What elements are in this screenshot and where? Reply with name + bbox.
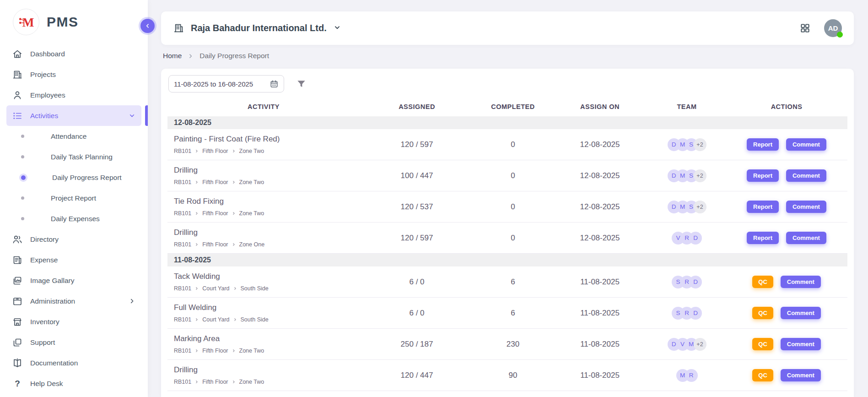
completed-value: 6 (474, 277, 552, 287)
team-avatars: DMS+2 (648, 169, 726, 182)
row-actions: ReportComment (726, 232, 847, 244)
table-row: Painting - First Coat (Fire Red)RB101Fif… (167, 129, 847, 160)
activity-cell: DrillingRB101Fifth FloorZone One (167, 228, 360, 248)
team-extra-count[interactable]: +2 (694, 169, 706, 182)
sidebar-item-expense[interactable]: Expense (6, 250, 141, 270)
activity-title: Drilling (174, 365, 356, 375)
comment-button[interactable]: Comment (786, 201, 826, 213)
activity-title: Drilling (174, 166, 356, 175)
report-button[interactable]: Report (747, 201, 779, 213)
invoice-icon (12, 255, 23, 266)
list-icon (12, 110, 23, 121)
path-segment: RB101 (174, 148, 191, 154)
chevron-right-icon (187, 53, 194, 60)
report-button[interactable]: Report (747, 138, 779, 151)
date-range-input[interactable] (174, 80, 270, 88)
sidebar-item-documentation[interactable]: Documentation (6, 353, 141, 373)
sidebar-item-daily-progress-report[interactable]: Daily Progress Report (6, 167, 141, 188)
sidebar-item-image-gallary[interactable]: Image Gallary (6, 270, 141, 291)
date-range-field[interactable] (168, 75, 284, 92)
image-icon (12, 275, 23, 286)
sidebar-item-administration[interactable]: Administration (6, 291, 141, 311)
activity-title: Full Welding (174, 303, 356, 312)
path-segment: Fifth Floor (202, 179, 228, 185)
brand-name: PMS (47, 14, 79, 30)
table-row: DrillingRB101Fifth FloorZone Two120 / 44… (167, 360, 847, 391)
sidebar-item-employees[interactable]: Employees (6, 85, 141, 105)
comment-button[interactable]: Comment (781, 307, 821, 319)
comment-button[interactable]: Comment (786, 232, 826, 244)
apps-grid-icon[interactable] (800, 23, 810, 33)
team-extra-count[interactable]: +2 (694, 138, 706, 151)
row-actions: QCComment (726, 369, 847, 381)
assigned-value: 6 / 0 (360, 277, 474, 287)
path-segment: Zone Two (239, 379, 264, 385)
assign-on-value: 11-08-2025 (552, 277, 648, 287)
team-avatars: DMS+2 (648, 201, 726, 213)
team-extra-count[interactable]: +2 (694, 201, 706, 213)
online-status-dot (837, 32, 843, 38)
column-header: ACTIONS (726, 103, 847, 110)
sidebar-item-daily-expenses[interactable]: Daily Expenses (6, 208, 141, 229)
activity-path: RB101Fifth FloorZone Two (174, 379, 356, 385)
comment-button[interactable]: Comment (781, 369, 821, 381)
path-segment: Court Yard (202, 316, 229, 323)
sidebar-item-label: Image Gallary (30, 277, 74, 285)
row-actions: ReportComment (726, 138, 847, 151)
qc-button[interactable]: QC (752, 276, 773, 288)
team-avatars: DMS+2 (648, 138, 726, 151)
column-header: ASSIGN ON (552, 103, 648, 110)
activity-path: RB101Fifth FloorZone Two (174, 179, 356, 185)
table-header-row: ACTIVITYASSIGNEDCOMPLETEDASSIGN ONTEAMAC… (167, 97, 847, 116)
breadcrumb-home-link[interactable]: Home (163, 52, 182, 60)
sidebar-item-project-report[interactable]: Project Report (6, 188, 141, 208)
completed-value: 6 (474, 309, 552, 318)
assigned-value: 120 / 537 (360, 202, 474, 212)
company-switcher[interactable]: Raja Bahadur International Ltd. (173, 22, 341, 34)
calendar-icon[interactable] (270, 79, 279, 88)
sidebar-item-attendance[interactable]: Attendance (6, 126, 141, 147)
sidebar-collapse-button[interactable] (140, 19, 155, 33)
chevron-right-icon (232, 242, 236, 247)
sidebar-item-projects[interactable]: Projects (6, 64, 141, 85)
sidebar-item-activities[interactable]: Activities (6, 105, 141, 126)
qc-button[interactable]: QC (752, 338, 773, 350)
team-avatars: SRD (648, 307, 726, 320)
path-segment: Zone One (239, 241, 265, 248)
sidebar-item-help-desk[interactable]: ?Help Desk (6, 373, 141, 394)
filter-icon[interactable] (296, 79, 307, 89)
qc-button[interactable]: QC (752, 307, 773, 319)
activity-path: RB101Court YardSouth Side (174, 285, 356, 292)
sidebar-item-label: Activities (30, 112, 58, 120)
assign-on-value: 12-08-2025 (552, 140, 648, 149)
completed-value: 0 (474, 202, 552, 212)
sidebar-item-dashboard[interactable]: Dashboard (6, 44, 141, 64)
svg-text:M: M (22, 16, 34, 29)
activity-title: Tack Welding (174, 272, 356, 281)
team-avatar[interactable]: R (685, 369, 698, 382)
team-avatar[interactable]: D (689, 307, 702, 320)
comment-button[interactable]: Comment (781, 338, 821, 350)
user-avatar[interactable]: AD (824, 19, 842, 37)
sidebar-item-directory[interactable]: Directory (6, 229, 141, 250)
activity-path: RB101Fifth FloorZone Two (174, 148, 356, 154)
activity-path: RB101Fifth FloorZone Two (174, 210, 356, 217)
team-avatar[interactable]: D (689, 276, 702, 288)
qc-button[interactable]: QC (752, 369, 773, 381)
table-row: Tie Rod FixingRB101Fifth FloorZone Two12… (167, 191, 847, 223)
report-button[interactable]: Report (747, 232, 779, 244)
table-row: Full WeldingRB101Court YardSouth Side6 /… (167, 298, 847, 329)
sidebar-item-support[interactable]: Support (6, 332, 141, 353)
completed-value: 90 (474, 371, 552, 380)
activity-cell: Tie Rod FixingRB101Fifth FloorZone Two (167, 197, 360, 217)
team-avatar[interactable]: D (689, 232, 702, 245)
sidebar-item-daily-task-planning[interactable]: Daily Task Planning (6, 147, 141, 167)
date-group-header: 11-08-2025 (167, 254, 847, 266)
app-root: M PMS DashboardProjectsEmployeesActiviti… (0, 0, 868, 397)
comment-button[interactable]: Comment (781, 276, 821, 288)
team-extra-count[interactable]: +2 (694, 338, 706, 351)
report-button[interactable]: Report (747, 169, 779, 182)
comment-button[interactable]: Comment (786, 169, 826, 182)
sidebar-item-inventory[interactable]: Inventory (6, 311, 141, 332)
comment-button[interactable]: Comment (786, 138, 826, 151)
